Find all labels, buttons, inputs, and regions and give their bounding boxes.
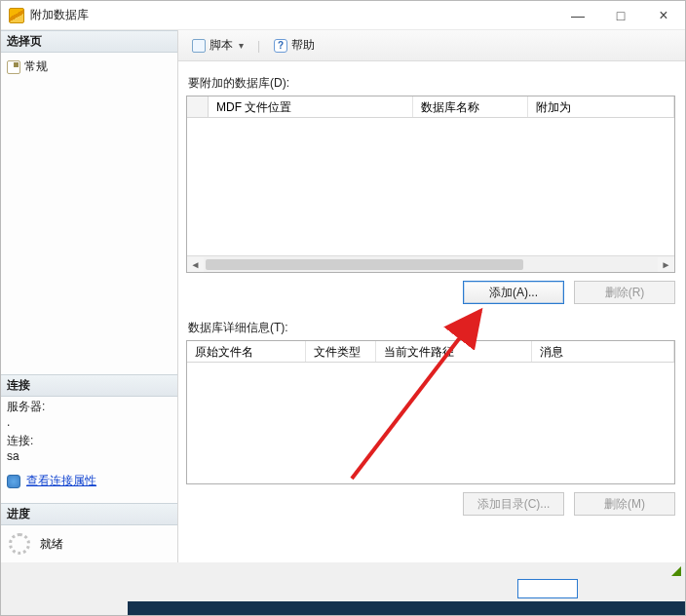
page-item-general[interactable]: 常规	[7, 57, 172, 77]
col-file-type[interactable]: 文件类型	[306, 341, 376, 362]
help-icon	[274, 39, 287, 53]
server-row: 服务器: .	[1, 397, 177, 431]
link-label: 查看连接属性	[26, 473, 96, 489]
toolbar: 脚本 ▾ | 帮助	[178, 30, 685, 61]
col-message[interactable]: 消息	[532, 341, 674, 362]
server-value: .	[7, 415, 172, 429]
main-content: 要附加的数据库(D): MDF 文件位置 数据库名称 附加为 ◄	[178, 61, 685, 562]
database-details-grid[interactable]: 原始文件名 文件类型 当前文件路径 消息	[186, 340, 675, 484]
select-page-header: 选择页	[1, 30, 177, 53]
add-catalog-button: 添加目录(C)...	[463, 492, 564, 516]
bottom-button-row: 添加目录(C)... 删除(M)	[186, 492, 675, 516]
view-connection-properties-link[interactable]: 查看连接属性	[1, 471, 177, 491]
connection-header: 连接	[1, 374, 177, 397]
server-label: 服务器:	[7, 399, 172, 415]
grid-header: 原始文件名 文件类型 当前文件路径 消息	[187, 341, 674, 363]
chevron-down-icon: ▾	[239, 40, 244, 51]
grid-hscrollbar[interactable]: ◄ ►	[187, 255, 674, 272]
script-icon	[192, 39, 206, 53]
remove-button: 删除(R)	[574, 281, 675, 304]
scroll-thumb[interactable]	[206, 259, 523, 270]
titlebar: 附加数据库 — □ ×	[1, 1, 685, 30]
window-controls: — □ ×	[556, 2, 685, 29]
add-button[interactable]: 添加(A)...	[463, 281, 564, 304]
attach-databases-label: 要附加的数据库(D):	[188, 75, 675, 92]
top-button-row: 添加(A)... 删除(R)	[186, 281, 675, 304]
col-current-path[interactable]: 当前文件路径	[376, 341, 532, 362]
help-label: 帮助	[291, 37, 315, 54]
col-db-name[interactable]: 数据库名称	[413, 96, 528, 117]
col-attach-as[interactable]: 附加为	[528, 96, 674, 117]
scroll-track[interactable]	[204, 257, 658, 272]
connection-properties-icon	[7, 475, 20, 488]
maximize-button[interactable]: □	[599, 2, 642, 29]
close-button[interactable]: ×	[642, 2, 685, 29]
grid-rowheader	[187, 96, 209, 117]
connection-value: sa	[7, 449, 172, 463]
bottom-dark-strip	[128, 601, 685, 615]
connection-row: 连接: sa	[1, 431, 177, 465]
scroll-left-icon[interactable]: ◄	[187, 257, 204, 272]
script-dropdown-button[interactable]: 脚本 ▾	[186, 35, 249, 56]
minimize-button[interactable]: —	[556, 2, 599, 29]
remove-detail-button: 删除(M)	[574, 492, 675, 516]
right-pane: 脚本 ▾ | 帮助 要附加的数据库(D): MDF 文件位置 数据库名称 附加为	[178, 30, 685, 562]
progress-header: 进度	[1, 503, 177, 525]
progress-row: 就绪	[1, 525, 177, 562]
databases-to-attach-grid[interactable]: MDF 文件位置 数据库名称 附加为 ◄ ►	[186, 96, 675, 273]
database-icon	[9, 8, 24, 23]
grid-header: MDF 文件位置 数据库名称 附加为	[187, 96, 674, 118]
attach-database-dialog: 附加数据库 — □ × 选择页 常规 连接 服务器: . 连接:	[0, 0, 686, 616]
grid-viewport[interactable]	[187, 118, 674, 255]
left-pane: 选择页 常规 连接 服务器: . 连接: sa 查看连接属性	[1, 30, 178, 562]
select-page-panel: 常规	[1, 53, 177, 81]
script-label: 脚本	[210, 37, 233, 54]
dialog-body: 选择页 常规 连接 服务器: . 连接: sa 查看连接属性	[1, 30, 685, 562]
window-title: 附加数据库	[30, 7, 556, 23]
col-mdf-location[interactable]: MDF 文件位置	[209, 96, 413, 117]
progress-status: 就绪	[40, 536, 63, 553]
page-item-label: 常规	[24, 58, 48, 75]
connection-label: 连接:	[7, 433, 172, 449]
footer-focus-box[interactable]	[517, 579, 578, 598]
page-icon	[7, 60, 20, 74]
scroll-right-icon[interactable]: ►	[658, 257, 674, 272]
help-button[interactable]: 帮助	[268, 35, 321, 56]
col-original-filename[interactable]: 原始文件名	[187, 341, 306, 362]
resize-grip-icon[interactable]	[671, 566, 681, 576]
spinner-icon	[9, 533, 30, 555]
database-details-label: 数据库详细信息(T):	[188, 320, 675, 336]
